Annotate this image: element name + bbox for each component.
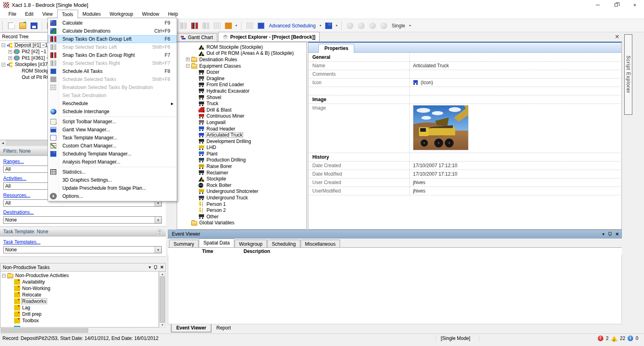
menu-item-calculate-destinations[interactable]: Calculate DestinationsCtrl+F9 bbox=[48, 27, 177, 35]
project-tree-item-continuous-miner[interactable]: Continuous Miner bbox=[177, 113, 306, 120]
combo-dropdown-icon[interactable]: ▼ bbox=[155, 217, 161, 223]
project-tree-item-person-2[interactable]: Person 2 bbox=[177, 207, 306, 213]
advanced-scheduling-caret[interactable]: ▾ bbox=[319, 24, 322, 27]
project-tree-item-global-variables[interactable]: Global Variables bbox=[177, 220, 306, 226]
non-productive-item-item[interactable] bbox=[0, 324, 159, 327]
pin-icon[interactable] bbox=[154, 265, 157, 269]
menubar-item-view[interactable]: View bbox=[38, 10, 57, 19]
project-tree-item-shovel[interactable]: Shovel bbox=[177, 94, 306, 101]
scroll-up-icon[interactable]: ▲ bbox=[161, 273, 164, 276]
project-tree-item-truck[interactable]: Truck bbox=[177, 100, 306, 107]
menu-item-statistics[interactable]: Statistics... bbox=[48, 168, 177, 176]
property-value[interactable]: Articulated Truck bbox=[410, 62, 621, 70]
info-icon[interactable]: i bbox=[627, 336, 633, 341]
project-tree-item-reclaimer[interactable]: Reclaimer bbox=[177, 170, 306, 176]
filter-link-activities[interactable]: Activities... bbox=[3, 176, 26, 181]
project-tree-item-longwall[interactable]: Longwall bbox=[177, 119, 306, 126]
tab-spatial-data[interactable]: Spatial Data bbox=[199, 238, 234, 247]
project-tree-item-lhd[interactable]: LHD bbox=[177, 145, 306, 151]
project-tree-item-dragline[interactable]: Dragline bbox=[177, 75, 306, 82]
non-productive-vscrollbar[interactable]: ▲ ▼ bbox=[159, 271, 166, 327]
menu-item-calculate[interactable]: CalculateF9 bbox=[48, 19, 177, 27]
project-tree-item-production-drilling[interactable]: Production Drilling bbox=[177, 157, 306, 164]
expand-icon[interactable]: + bbox=[8, 50, 12, 54]
menu-item-scheduling-template-manager[interactable]: Scheduling Template Manager... bbox=[48, 150, 177, 158]
filter-combo-destinations[interactable]: None▼ bbox=[3, 216, 162, 224]
expand-icon[interactable]: + bbox=[8, 56, 12, 60]
menubar-item-workgroup[interactable]: Workgroup bbox=[105, 10, 137, 19]
property-value[interactable]: jhives bbox=[410, 178, 621, 186]
menubar-item-window[interactable]: Window bbox=[138, 10, 164, 19]
bottom-tab-report[interactable]: Report bbox=[211, 324, 235, 332]
task-template-combo[interactable]: None ▼ bbox=[3, 246, 162, 253]
non-productive-hscrollbar[interactable] bbox=[0, 327, 159, 334]
project-tree-item-raise-borer[interactable]: Raise Borer bbox=[177, 163, 306, 170]
non-productive-item-non-working[interactable]: Non-Working bbox=[0, 285, 159, 292]
non-productive-item-drill-prep[interactable]: Drill prep bbox=[0, 311, 159, 317]
close-button[interactable]: × bbox=[625, 0, 644, 10]
menu-item-options[interactable]: Options... bbox=[48, 192, 177, 200]
open-button[interactable] bbox=[18, 21, 27, 31]
save-button[interactable] bbox=[29, 21, 39, 31]
project-tree-item-rock-bolter[interactable]: Rock Bolter bbox=[177, 182, 306, 189]
snap-group-right-button[interactable] bbox=[190, 21, 199, 31]
collapse-icon[interactable]: − bbox=[2, 63, 5, 66]
project-tree-item-rom-stockpile-stockpile[interactable]: ROM Stockpile (Stockpile) bbox=[177, 44, 306, 50]
non-productive-item-toolbox[interactable]: Toolbox bbox=[0, 317, 159, 324]
scroll-down-icon[interactable]: ▼ bbox=[161, 323, 164, 326]
menu-item-3d-graphics-settings[interactable]: 3D Graphics Settings... bbox=[48, 176, 177, 184]
panel-dropdown-icon[interactable]: ▾ bbox=[149, 265, 151, 270]
scroll-left-icon[interactable]: ◄ bbox=[0, 140, 6, 146]
single-mode-caret[interactable]: ▾ bbox=[409, 24, 412, 27]
filter-link-resources[interactable]: Resources... bbox=[3, 193, 30, 198]
schedule-all-button[interactable] bbox=[256, 21, 266, 31]
project-tree-item-plant[interactable]: Plant bbox=[177, 151, 306, 157]
combo-dropdown-icon[interactable]: ▼ bbox=[155, 247, 161, 253]
project-tree-item-other[interactable]: Other bbox=[177, 213, 306, 220]
menubar-item-tools[interactable]: Tools bbox=[57, 10, 78, 19]
error-icon[interactable]: ! bbox=[598, 336, 603, 341]
project-tree-item-equipment-classes[interactable]: −Equipment Classes bbox=[177, 63, 306, 69]
project-tree-item-person-1[interactable]: Person 1 bbox=[177, 201, 306, 207]
tab-workgroup[interactable]: Workgroup bbox=[235, 240, 267, 247]
project-tree-item-development-drilling[interactable]: Development Drilling bbox=[177, 138, 306, 145]
single-mode-label[interactable]: Single bbox=[390, 23, 407, 29]
menu-item-gantt-view-manager[interactable]: Gantt View Manager... bbox=[48, 126, 177, 134]
project-tree-item-hydraulic-excavator[interactable]: Hydraulic Excavator bbox=[177, 88, 306, 94]
tab-summary[interactable]: Summary bbox=[169, 240, 198, 247]
project-tree-item-drill-blast[interactable]: Drill & Blast bbox=[177, 107, 306, 113]
scheduling-template-button[interactable] bbox=[324, 21, 333, 31]
tab-script-explorer[interactable]: Script Explorer bbox=[624, 34, 632, 115]
document-close-icon[interactable]: ✕ bbox=[615, 33, 619, 40]
menu-item-snap-tasks-on-each-group-left[interactable]: Snap Tasks On Each Group LeftF6 bbox=[48, 35, 177, 43]
warning-icon[interactable] bbox=[611, 336, 617, 341]
non-productive-item-availability[interactable]: Availability bbox=[0, 279, 159, 285]
property-value[interactable]: 17/10/2007 17:12:10 bbox=[410, 162, 621, 170]
project-tree-item-underground-truck[interactable]: Underground Truck bbox=[177, 195, 306, 201]
collapse-icon[interactable]: − bbox=[2, 274, 6, 278]
panel-dropdown-icon[interactable]: ▾ bbox=[602, 232, 605, 237]
menu-item-snap-tasks-on-each-group-right[interactable]: Snap Tasks On Each Group RightF7 bbox=[48, 51, 177, 59]
project-tree-item-out-of-pit-rom-areas-a-b-stockpile[interactable]: Out of Pit ROM (Areas A & B) (Stockpile) bbox=[177, 50, 306, 57]
project-tree-item-road-header[interactable]: Road Header bbox=[177, 126, 306, 132]
panel-close-icon[interactable]: ✕ bbox=[615, 232, 619, 237]
scheduling-template-caret[interactable]: ▾ bbox=[335, 24, 338, 27]
gantt-snap-button[interactable] bbox=[223, 21, 233, 31]
menu-item-analysis-report-manager[interactable]: Analysis Report Manager... bbox=[48, 158, 177, 166]
menu-item-custom-chart-manager[interactable]: Custom Chart Manager... bbox=[48, 142, 177, 150]
tab-miscellaneous[interactable]: Miscellaneous bbox=[301, 240, 340, 247]
menu-item-reschedule[interactable]: Reschedule▶ bbox=[48, 99, 177, 108]
menu-item-schedule-interchange[interactable]: Schedule Interchange bbox=[48, 108, 177, 116]
project-tree-item-articulated-truck[interactable]: Articulated Truck bbox=[177, 132, 306, 138]
pin-icon[interactable] bbox=[609, 232, 611, 235]
menu-item-schedule-all-tasks[interactable]: Schedule All TasksF8 bbox=[48, 67, 177, 75]
filter-link-destinations[interactable]: Destinations... bbox=[3, 209, 34, 215]
toolbar-caret[interactable]: ▾ bbox=[235, 24, 238, 27]
tab-scheduling[interactable]: Scheduling bbox=[267, 240, 300, 247]
project-tree-item-stockpile[interactable]: Stockpile bbox=[177, 176, 306, 182]
property-value[interactable] bbox=[410, 70, 621, 78]
project-tree-item-dozer[interactable]: Dozer bbox=[177, 69, 306, 75]
tab-properties[interactable]: Properties bbox=[318, 44, 354, 53]
project-tree-item-underground-shotcreter[interactable]: Underground Shotcreter bbox=[177, 189, 306, 195]
non-productive-item-non-productive-activities[interactable]: −Non-Productive Activities bbox=[0, 272, 159, 279]
